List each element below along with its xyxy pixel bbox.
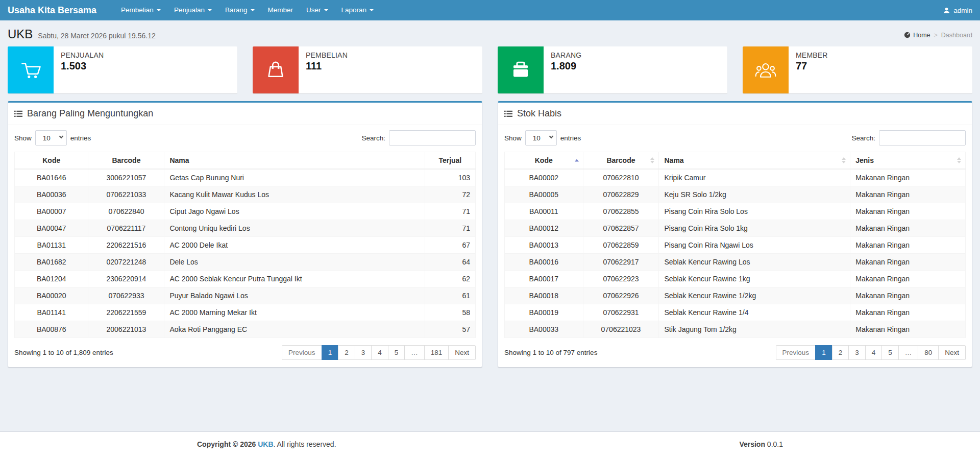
pagination-last-page[interactable]: 181 [424,345,449,360]
nav-item-label: Barang [225,0,248,20]
panel-header: Barang Paling Menguntungkan [8,103,482,125]
stat-box-barang: BARANG 1.809 [498,46,727,93]
copyright-prefix: Copyright © 2026 [197,440,256,448]
search-input[interactable] [879,130,966,146]
stat-icon-wrap [498,46,544,93]
page-length-select[interactable]: 10 [35,130,67,146]
out-of-stock-table: Kode Barcode Nama [504,152,966,338]
stat-value: 1.503 [61,60,104,72]
table-header-row: Kode Barcode Nama [505,152,966,170]
cell-jenis: Makanan Ringan [850,321,966,338]
nav-item-member[interactable]: Member [261,0,300,20]
column-header-nama[interactable]: Nama [659,152,850,170]
column-header-barcode[interactable]: Barcode [583,152,659,170]
column-header-kode: Kode [15,152,88,170]
stat-content: PEMBELIAN 111 [299,46,355,93]
cell-nama: Seblak Kencur Rawine 1/2kg [659,287,850,304]
nav-item-penjualan[interactable]: Penjualan [167,0,218,20]
entries-label: entries [70,134,91,142]
cell-barcode: 070622857 [583,220,659,237]
nav-item-pembelian[interactable]: Pembelian [114,0,167,20]
page-length-select[interactable]: 10 [525,130,557,146]
table-info: Showing 1 to 10 of 797 entries [504,349,597,356]
datatable-footer: Showing 1 to 10 of 797 entries Previous … [504,345,966,360]
stat-value: 77 [796,60,828,72]
pagination-page[interactable]: 4 [371,345,388,360]
cell-barcode: 070622933 [88,287,164,304]
table-row: BA00033 0706221023 Stik Jagung Tom 1/2kg… [505,321,966,338]
pagination-next[interactable]: Next [448,345,476,360]
cell-barcode: 3006221057 [88,169,164,186]
panel-profitable-items: Barang Paling Menguntungkan Show 10 entr… [8,101,482,368]
cell-jenis: Makanan Ringan [850,287,966,304]
table-row: BA00016 070622917 Seblak Kencur Rawing L… [505,254,966,271]
brand-link[interactable]: Usaha Kita Bersama [0,0,104,20]
page-datetime: Sabtu, 28 Maret 2026 pukul 19.56.12 [38,32,155,40]
column-header-kode[interactable]: Kode [505,152,583,170]
page-length-select-wrap: 10 [525,130,557,146]
username: admin [953,7,972,14]
cell-barcode: 2306220914 [88,271,164,287]
page-title: UKB [8,27,33,41]
cell-barcode: 0706221033 [88,186,164,203]
column-header-jenis[interactable]: Jenis [850,152,966,170]
content-header: UKB Sabtu, 28 Maret 2026 pukul 19.56.12 … [0,20,980,45]
version-value: 0.0.1 [767,440,783,448]
column-header-label: Nama [664,156,683,164]
pagination-previous[interactable]: Previous [776,345,816,360]
cell-barcode: 070622917 [583,254,659,271]
nav-item-barang[interactable]: Barang [218,0,261,20]
sort-both-icon [842,157,846,163]
user-menu[interactable]: admin [936,0,980,20]
pagination-page[interactable]: 3 [848,345,866,360]
cell-kode: BA00033 [505,321,583,338]
column-header-terjual: Terjual [425,152,475,170]
pagination-page[interactable]: 2 [832,345,849,360]
cell-kode: BA00018 [505,287,583,304]
datatable-footer: Showing 1 to 10 of 1,809 entries Previou… [14,345,476,360]
stat-content: MEMBER 77 [789,46,835,93]
pagination-page[interactable]: 3 [355,345,372,360]
table-row: BA01682 0207221248 Dele Los 64 [15,254,476,271]
copyright-suffix: . All rights reserved. [274,440,336,448]
pagination-ellipsis: … [404,345,425,360]
table-row: BA00013 070622859 Pisang Coin Rira Ngawi… [505,237,966,254]
column-header-barcode: Barcode [88,152,164,170]
main-menu: Pembelian Penjualan Barang Member User L… [114,0,380,20]
pagination-next[interactable]: Next [938,345,966,360]
pagination-last-page[interactable]: 80 [918,345,939,360]
pagination-previous[interactable]: Previous [282,345,322,360]
cell-terjual: 61 [425,287,475,304]
table-row: BA00020 070622933 Puyur Balado Ngawi Los… [15,287,476,304]
cell-kode: BA01141 [15,304,88,321]
cell-kode: BA01131 [15,237,88,254]
nav-item-laporan[interactable]: Laporan [335,0,381,20]
pagination-page[interactable]: 4 [865,345,883,360]
cell-barcode: 2006221013 [88,321,164,338]
page-length-select-wrap: 10 [35,130,67,146]
nav-item-user[interactable]: User [300,0,335,20]
stat-value: 1.809 [551,60,581,72]
pagination-page[interactable]: 5 [388,345,405,360]
cell-barcode: 0207221248 [88,254,164,271]
cell-kode: BA00011 [505,203,583,220]
pagination-page-active[interactable]: 1 [322,345,339,360]
pagination-page[interactable]: 5 [881,345,899,360]
pagination: Previous 1 2345 … 80 Next [776,345,966,360]
cell-nama: Kacang Kulit Mawar Kudus Los [164,186,425,203]
entries-label: entries [560,134,581,142]
content-wrapper: UKB Sabtu, 28 Maret 2026 pukul 19.56.12 … [0,20,980,431]
footer-brand-link[interactable]: UKB [258,440,273,448]
pagination-page[interactable]: 2 [338,345,355,360]
search-input[interactable] [389,130,476,146]
table-row: BA00047 0706221117 Contong Uniqu kediri … [15,220,476,237]
stat-label: BARANG [551,51,581,59]
cell-barcode: 070622810 [583,169,659,186]
cell-kode: BA00002 [505,169,583,186]
version: Version 0.0.1 [739,440,783,448]
breadcrumb-home[interactable]: Home [904,32,930,39]
cell-kode: BA00036 [15,186,88,203]
pagination-page-active[interactable]: 1 [815,345,832,360]
stat-box-penjualan: PENJUALAN 1.503 [8,46,237,93]
stat-content: BARANG 1.809 [544,46,589,93]
